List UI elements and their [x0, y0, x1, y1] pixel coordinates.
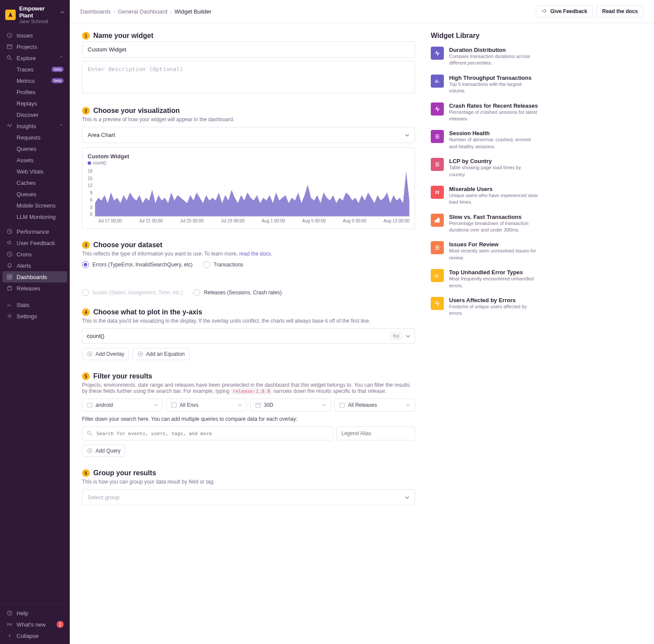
- library-item[interactable]: Users Affected by ErrorsFootprint of uni…: [431, 297, 539, 317]
- sidebar-item-mobile-screens[interactable]: Mobile Screens: [3, 200, 67, 211]
- nav-label: Assets: [17, 157, 34, 164]
- library-item[interactable]: Miserable UsersUnique users who have exp…: [431, 186, 539, 206]
- library-item[interactable]: Session HealthNumber of abnormal, crashe…: [431, 130, 539, 150]
- add-query-button[interactable]: Add Query: [82, 445, 125, 457]
- svg-rect-15: [88, 403, 92, 407]
- breadcrumb-item[interactable]: Dashboards: [80, 8, 111, 15]
- library-item[interactable]: Issues For ReviewMost recently seen unre…: [431, 241, 539, 261]
- sidebar-item-alerts[interactable]: Alerts: [3, 260, 67, 271]
- svg-point-10: [9, 316, 10, 317]
- daterange-filter[interactable]: 30D: [250, 399, 331, 412]
- legend-alias-input[interactable]: [337, 426, 415, 440]
- yaxis-select[interactable]: count() f(x): [82, 328, 415, 344]
- step-title: Name your widget: [93, 32, 153, 40]
- sidebar-item-stats[interactable]: Stats: [3, 299, 67, 310]
- give-feedback-button[interactable]: Give Feedback: [536, 5, 593, 17]
- topbar: Dashboards›General Dashboard›Widget Buil…: [70, 0, 654, 23]
- dataset-radio[interactable]: Releases (Sessions, Crash rates): [193, 289, 282, 296]
- sidebar-item-queries[interactable]: Queries: [3, 143, 67, 154]
- search-input-wrapper[interactable]: [82, 426, 333, 440]
- library-item-desc: Percentage breakdown of transaction dura…: [449, 220, 539, 234]
- chevron-down-icon: [322, 403, 326, 407]
- library-item-title: Top Unhandled Error Types: [449, 269, 539, 276]
- sidebar-item-help[interactable]: Help: [3, 607, 67, 619]
- sidebar-item-crons[interactable]: Crons: [3, 249, 67, 260]
- svg-point-2: [7, 56, 10, 59]
- library-item-desc: Compare transaction durations across dif…: [449, 53, 539, 67]
- library-item[interactable]: Slow vs. Fast TransactionsPercentage bre…: [431, 214, 539, 234]
- megaphone-icon: [542, 8, 548, 14]
- dot-icon: [6, 202, 13, 209]
- svg-rect-9: [8, 287, 12, 290]
- sidebar-item-performance[interactable]: Performance: [3, 226, 67, 237]
- sidebar-item-settings[interactable]: Settings: [3, 310, 67, 322]
- group-select[interactable]: Select group: [82, 489, 415, 505]
- sidebar-item-llm-monitoring[interactable]: LLM Monitoring: [3, 211, 67, 222]
- read-docs-link[interactable]: read the docs: [239, 251, 271, 257]
- nav-section-insights[interactable]: Insights ⌃: [3, 120, 67, 132]
- sidebar-item-queues[interactable]: Queues: [3, 188, 67, 200]
- library-item-desc: Most frequently encountered unhandled er…: [449, 276, 539, 289]
- step-number: 5: [82, 372, 90, 380]
- library-item-desc: Unique users who have experienced slow l…: [449, 192, 539, 206]
- sidebar-item-assets[interactable]: Assets: [3, 154, 67, 166]
- nav-section-explore[interactable]: Explore ⌃: [3, 52, 67, 64]
- sidebar-item-caches[interactable]: Caches: [3, 177, 67, 188]
- sidebar-item-metrics[interactable]: Metricsbeta: [3, 75, 67, 86]
- sidebar-item-traces[interactable]: Tracesbeta: [3, 64, 67, 75]
- library-item[interactable]: Crash Rates for Recent ReleasesPercentag…: [431, 102, 539, 123]
- step-desc: This is how you can group your data resu…: [82, 479, 415, 485]
- project-filter[interactable]: android: [82, 399, 163, 412]
- sidebar-item-profiles[interactable]: Profiles: [3, 86, 67, 98]
- env-filter[interactable]: All Envs: [166, 399, 247, 412]
- library-item-desc: Top 5 transactions with the largest volu…: [449, 81, 539, 95]
- release-filter[interactable]: All Releases: [334, 399, 415, 412]
- dot-icon: [6, 77, 13, 84]
- add-equation-button[interactable]: Add an Equation: [133, 348, 190, 360]
- sidebar-item-collapse[interactable]: Collapse: [3, 630, 67, 641]
- sidebar-item-requests[interactable]: Requests: [3, 132, 67, 143]
- sidebar-item-user-feedback[interactable]: User Feedback: [3, 237, 67, 249]
- sidebar-item-dashboards[interactable]: Dashboards: [3, 271, 67, 283]
- sidebar-item-releases[interactable]: Releases: [3, 283, 67, 294]
- library-item-desc: Number of abnormal, crashed, errored and…: [449, 136, 539, 150]
- read-docs-button[interactable]: Read the docs: [596, 5, 644, 17]
- plus-circle-icon: [87, 351, 93, 357]
- visualization-select[interactable]: Area Chart: [82, 127, 415, 143]
- sidebar-item-projects[interactable]: Projects: [3, 41, 67, 52]
- dot-icon: [6, 157, 13, 164]
- dot-icon: [6, 168, 13, 175]
- library-item[interactable]: High Throughput TransactionsTop 5 transa…: [431, 75, 539, 95]
- breadcrumb-separator: ›: [113, 8, 115, 15]
- library-item-title: LCP by Country: [449, 158, 539, 164]
- widget-description-input[interactable]: [82, 61, 415, 93]
- sidebar-item-issues[interactable]: Issues: [3, 30, 67, 41]
- chart-yaxis: 1815129630: [88, 169, 95, 217]
- plus-circle-icon: [137, 351, 143, 357]
- library-item[interactable]: LCP by CountryTable showing page load ti…: [431, 158, 539, 178]
- dataset-radio[interactable]: Transactions: [203, 261, 243, 268]
- library-item[interactable]: Top Unhandled Error TypesMost frequently…: [431, 269, 539, 289]
- add-overlay-button[interactable]: Add Overlay: [82, 348, 129, 360]
- nav-label: User Feedback: [17, 240, 55, 246]
- chevron-down-icon: [238, 403, 242, 407]
- sidebar-item-replays[interactable]: Replays: [3, 98, 67, 109]
- library-item[interactable]: Duration DistributionCompare transaction…: [431, 47, 539, 67]
- radio-circle: [82, 289, 89, 296]
- step-desc: This is the data you'd be visualizing in…: [82, 318, 415, 324]
- org-switcher[interactable]: Empower Plant Jane Schmidt: [0, 0, 70, 28]
- chevron-down-icon: [406, 403, 410, 407]
- viz-value: Area Chart: [88, 132, 115, 138]
- sidebar-item-what's-new[interactable]: What's new1: [3, 619, 67, 630]
- dataset-radio[interactable]: Errors (TypeError, InvalidSearchQuery, e…: [82, 261, 193, 268]
- svg-rect-1: [7, 45, 12, 49]
- widget-name-input[interactable]: [82, 41, 415, 58]
- sidebar-item-discover[interactable]: Discover: [3, 109, 67, 120]
- sidebar-item-web-vitals[interactable]: Web Vitals: [3, 166, 67, 177]
- breadcrumb-item[interactable]: General Dashboard: [118, 8, 167, 15]
- step-title: Filter your results: [93, 372, 152, 380]
- issues-icon: [6, 32, 13, 39]
- step-number: 6: [82, 469, 90, 477]
- search-input[interactable]: [96, 431, 328, 436]
- search-icon: [87, 430, 93, 436]
